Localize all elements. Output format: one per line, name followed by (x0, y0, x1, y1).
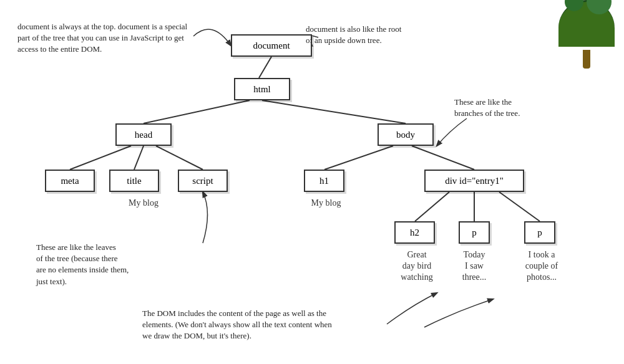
h1-text-label: My blog (306, 198, 346, 208)
svg-line-7 (412, 146, 474, 170)
title-text-label: My blog (119, 198, 168, 208)
h2-node: h2 (394, 221, 435, 244)
diventry-node: div id="entry1" (424, 170, 524, 192)
title-node: title (109, 170, 159, 192)
document-node: document (231, 34, 312, 57)
branches-annotation: These are like thebranches of the tree. (454, 97, 573, 119)
svg-line-10 (499, 192, 540, 221)
svg-line-3 (70, 146, 131, 170)
h2-content-label: Greatday birdwatching (392, 249, 442, 284)
p2-content-label: I took acouple ofphotos... (517, 249, 567, 284)
body-node: body (378, 123, 434, 146)
head-node: head (115, 123, 172, 146)
p1-node: p (459, 221, 490, 244)
meta-node: meta (45, 170, 95, 192)
svg-line-5 (156, 146, 203, 170)
html-node: html (234, 78, 290, 100)
upside-down-tree-image (549, 0, 624, 69)
dom-content-annotation: The DOM includes the content of the page… (142, 308, 411, 342)
leaves-annotation: These are like the leavesof the tree (be… (36, 242, 173, 287)
root-annotation: document is also like the rootof an upsi… (306, 24, 449, 46)
svg-line-0 (259, 57, 271, 78)
svg-line-1 (144, 100, 250, 123)
script-node: script (178, 170, 228, 192)
svg-line-2 (262, 100, 406, 123)
svg-line-6 (324, 146, 393, 170)
p1-content-label: TodayI sawthree... (453, 249, 495, 284)
svg-line-4 (134, 146, 144, 170)
p2-node: p (524, 221, 555, 244)
svg-line-8 (415, 192, 449, 221)
document-annotation: document is always at the top. document … (17, 21, 195, 55)
h1-node: h1 (304, 170, 344, 192)
